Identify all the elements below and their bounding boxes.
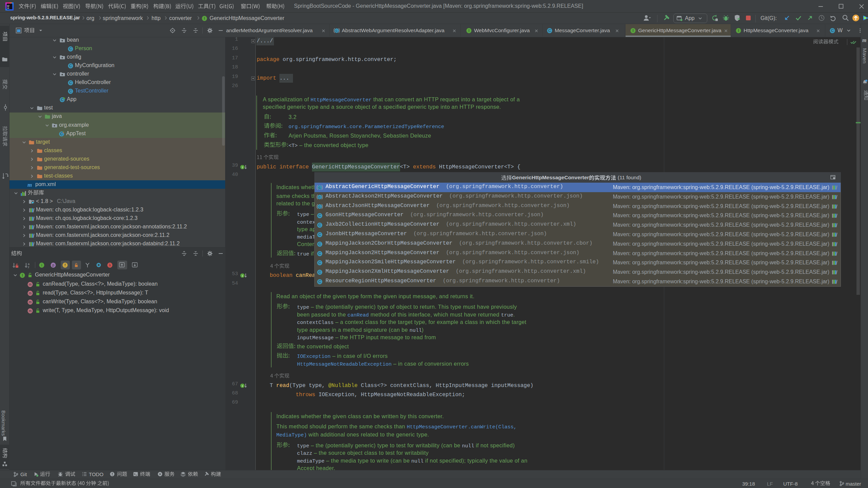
svg-text:C: C [318, 261, 321, 265]
svg-text:C: C [831, 28, 834, 33]
svg-text:C: C [319, 195, 321, 199]
svg-text:C: C [60, 132, 63, 136]
svg-text:C: C [318, 251, 321, 256]
svg-text:C: C [69, 47, 72, 51]
svg-text:i: i [41, 263, 42, 267]
svg-text:C: C [318, 242, 321, 246]
svg-text:f: f [65, 263, 66, 267]
svg-text:m: m [29, 291, 32, 295]
svg-text:I: I [22, 273, 23, 277]
svg-text:C: C [336, 29, 338, 33]
svg-text:I: I [468, 28, 469, 33]
svg-text:m: m [29, 300, 32, 304]
svg-text:C: C [548, 28, 551, 33]
svg-text:C: C [319, 204, 321, 208]
svg-text:λ: λ [109, 263, 111, 267]
svg-text:C: C [318, 232, 321, 237]
svg-text:C: C [69, 89, 72, 94]
svg-text:C: C [69, 64, 72, 68]
svg-text:C: C [319, 186, 321, 189]
svg-text:C: C [318, 270, 321, 274]
svg-text:m: m [862, 37, 866, 43]
svg-text:I: I [242, 384, 243, 388]
svg-text:C: C [69, 81, 72, 85]
svg-text:m: m [29, 282, 32, 286]
svg-text:z: z [28, 265, 29, 269]
svg-text:m: m [29, 309, 32, 312]
svg-text:I: I [242, 274, 243, 278]
svg-text:p: p [52, 263, 54, 267]
svg-text:I: I [632, 28, 633, 33]
svg-text:I: I [204, 16, 205, 20]
svg-text:m: m [27, 182, 32, 188]
svg-text:C: C [318, 223, 321, 227]
svg-text:IJ: IJ [7, 4, 9, 7]
svg-text:C: C [318, 280, 321, 284]
svg-text:C: C [61, 98, 64, 102]
svg-text:I: I [242, 165, 243, 169]
svg-text:C: C [318, 214, 321, 218]
svg-text:I: I [738, 28, 739, 33]
